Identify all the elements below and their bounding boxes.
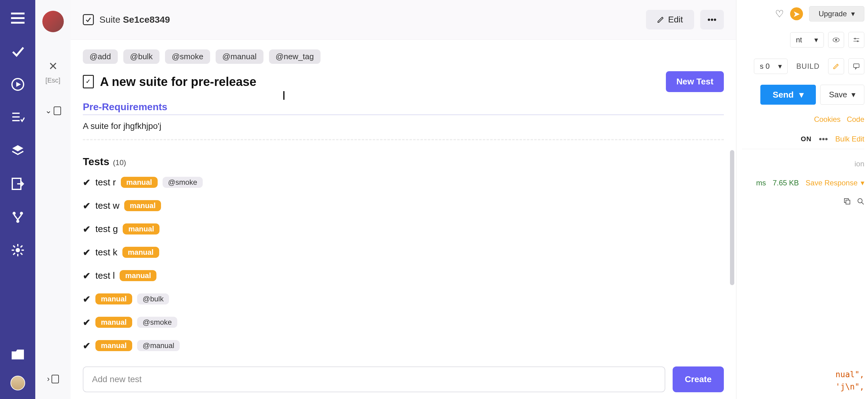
iteration-select[interactable]: s 0 ▾ <box>754 59 788 74</box>
comment-icon[interactable] <box>848 58 864 74</box>
cookies-link[interactable]: Cookies <box>814 115 841 124</box>
svg-rect-5 <box>12 116 20 118</box>
edit-label: Edit <box>668 15 683 25</box>
heart-icon[interactable]: ♡ <box>775 8 784 20</box>
test-row[interactable]: ✔ test w manual <box>83 200 724 211</box>
svg-rect-21 <box>52 375 59 383</box>
svg-rect-1 <box>11 17 25 19</box>
add-test-input[interactable] <box>83 367 665 392</box>
import-nav-icon[interactable] <box>10 176 25 191</box>
tag-newtag[interactable]: @new_tag <box>269 50 321 64</box>
manual-pill: manual <box>95 293 132 305</box>
chevron-down-icon: ▾ <box>778 62 782 70</box>
eye-icon[interactable] <box>828 32 844 48</box>
check-icon: ✔ <box>83 224 91 234</box>
response-time: ms <box>756 179 766 187</box>
chevron-down-icon: ⌄ <box>45 106 52 115</box>
test-name: test w <box>95 200 119 211</box>
settings-nav-icon[interactable] <box>10 243 25 257</box>
svg-line-17 <box>21 253 22 255</box>
test-tag: @smoke <box>162 177 203 188</box>
test-row[interactable]: ✔ test r manual @smoke <box>83 177 724 188</box>
tests-count: (10) <box>113 159 126 167</box>
test-row[interactable]: ✔ test g manual <box>83 223 724 234</box>
svg-point-31 <box>858 199 862 203</box>
prereq-heading: Pre-Requirements <box>83 101 724 115</box>
suite-id: Se1ce8349 <box>123 15 170 25</box>
environment-select[interactable]: nt ▾ <box>790 32 824 48</box>
checklist-nav-icon[interactable] <box>10 110 25 125</box>
test-tag: @smoke <box>137 317 177 328</box>
more-dots[interactable]: ••• <box>819 134 828 144</box>
tree-expand-top[interactable]: ⌄ <box>45 106 61 115</box>
scrollbar-thumb[interactable] <box>730 150 734 285</box>
svg-line-19 <box>13 253 15 255</box>
prereq-text: A suite for jhgfkhjpo'j <box>83 115 724 140</box>
menu-icon[interactable] <box>10 11 25 26</box>
code-link[interactable]: Code <box>847 115 864 124</box>
test-row[interactable]: ✔ manual @manual <box>83 340 724 351</box>
svg-line-18 <box>21 246 22 247</box>
svg-rect-30 <box>846 200 850 204</box>
doc-icon <box>83 75 94 88</box>
send-button[interactable]: Send ▾ <box>761 85 815 105</box>
tag-smoke[interactable]: @smoke <box>165 50 210 64</box>
test-tag: @manual <box>137 340 180 351</box>
folder-nav-icon[interactable] <box>10 347 25 362</box>
test-row[interactable]: ✔ manual @smoke <box>83 317 724 328</box>
on-label: ON <box>801 135 812 143</box>
save-button[interactable]: Save ▾ <box>820 85 864 105</box>
tag-manual[interactable]: @manual <box>216 50 264 64</box>
test-name: test g <box>95 224 118 234</box>
svg-rect-2 <box>11 22 25 24</box>
dots-icon: ••• <box>708 15 716 24</box>
upgrade-button[interactable]: Upgrade ▾ <box>809 6 864 22</box>
branch-nav-icon[interactable] <box>10 210 25 224</box>
sliders-icon[interactable] <box>848 32 864 48</box>
svg-rect-0 <box>11 12 25 15</box>
chevron-down-icon: ▾ <box>861 179 864 187</box>
test-row[interactable]: ✔ test k manual <box>83 247 724 258</box>
more-button[interactable]: ••• <box>700 10 724 29</box>
close-icon[interactable]: ✕ <box>49 60 58 73</box>
suite-title: A new suite for pre-release <box>100 75 256 89</box>
suite-detail-panel: Suite Se1ce8349 Edit ••• I @add @bulk @s… <box>70 0 736 399</box>
create-button[interactable]: Create <box>673 367 724 392</box>
tags-row: @add @bulk @smoke @manual @new_tag <box>83 50 724 64</box>
svg-point-9 <box>20 212 23 215</box>
save-response-link[interactable]: Save Response ▾ <box>806 179 864 187</box>
check-icon: ✔ <box>83 294 91 305</box>
svg-line-16 <box>13 246 15 247</box>
test-row[interactable]: ✔ manual @bulk <box>83 293 724 305</box>
test-row[interactable]: ✔ test l manual <box>83 270 724 281</box>
copy-icon[interactable] <box>843 198 851 205</box>
suite-prefix: Suite <box>99 15 120 25</box>
svg-point-8 <box>12 212 16 215</box>
rocket-icon[interactable]: ➤ <box>790 7 803 20</box>
chevron-down-icon: ▾ <box>814 36 818 44</box>
check-nav-icon[interactable] <box>10 44 25 59</box>
search-icon[interactable] <box>857 198 864 205</box>
tree-expand-bottom[interactable]: › <box>47 374 59 384</box>
tag-bulk[interactable]: @bulk <box>123 50 159 64</box>
bulk-edit-link[interactable]: Bulk Edit <box>835 135 864 143</box>
tag-add[interactable]: @add <box>83 50 118 64</box>
user-avatar[interactable] <box>10 376 25 391</box>
suite-header: Suite Se1ce8349 Edit ••• <box>70 0 736 39</box>
esc-label: [Esc] <box>45 77 60 84</box>
project-avatar[interactable] <box>42 11 64 32</box>
check-icon: ✔ <box>83 247 91 258</box>
test-name: test l <box>95 270 115 281</box>
play-nav-icon[interactable] <box>10 77 25 92</box>
edit-pencil-icon[interactable] <box>828 58 844 74</box>
svg-point-11 <box>16 248 20 252</box>
edit-button[interactable]: Edit <box>646 10 694 29</box>
app-sidebar <box>0 0 35 399</box>
layers-nav-icon[interactable] <box>10 143 25 158</box>
new-test-button[interactable]: New Test <box>666 71 724 92</box>
chevron-right-icon: › <box>47 374 50 384</box>
check-icon: ✔ <box>83 200 91 211</box>
response-size: 7.65 KB <box>773 179 799 187</box>
manual-pill: manual <box>95 340 132 351</box>
description-fragment: ion <box>742 160 864 168</box>
